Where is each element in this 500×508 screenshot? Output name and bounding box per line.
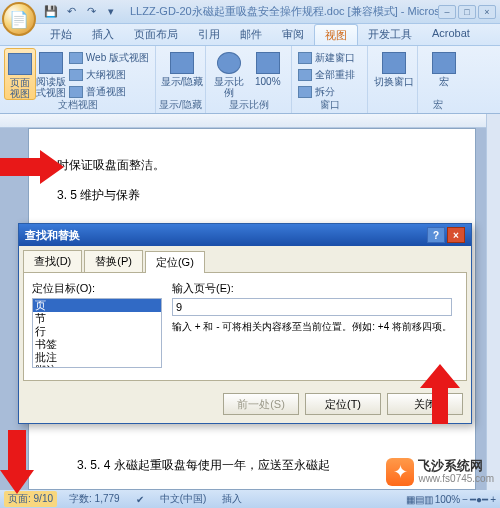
status-proof[interactable]: ✔ [132, 494, 148, 505]
window-title: LLZZ-GD-20永磁起重吸盘安全操作规程.doc [兼容模式] - Micr… [130, 4, 438, 19]
tab-mailings[interactable]: 邮件 [230, 24, 272, 45]
tab-review[interactable]: 审阅 [272, 24, 314, 45]
page-icon [8, 53, 32, 75]
status-mode[interactable]: 插入 [218, 492, 246, 506]
window-controls: – □ × [438, 5, 496, 19]
vertical-scrollbar[interactable] [486, 114, 500, 490]
tab-acrobat[interactable]: Acrobat [422, 24, 480, 45]
watermark-name: 飞沙系统网 [418, 459, 494, 472]
find-replace-dialog: 查找和替换 ? × 查找(D) 替换(P) 定位(G) 定位目标(O): 页 节… [18, 223, 472, 424]
statusbar: 页面: 9/10 字数: 1,779 ✔ 中文(中国) 插入 ▦▤▥ 100% … [0, 490, 500, 508]
macro-icon [432, 52, 456, 74]
tab-home[interactable]: 开始 [40, 24, 82, 45]
ribbon-group-views: 页面视图 阅读版式视图 Web 版式视图 大纲视图 普通视图 文档视图 [0, 46, 156, 113]
arrange-button[interactable]: 全部重排 [296, 67, 363, 83]
undo-icon[interactable]: ↶ [64, 5, 78, 19]
reading-icon [39, 52, 63, 74]
ribbon-group-zoom: 显示比例 100% 显示比例 [206, 46, 292, 113]
list-item[interactable]: 脚注 [33, 364, 161, 368]
zoom-100-button[interactable]: 100% [249, 48, 288, 100]
close-button[interactable]: × [478, 5, 496, 19]
save-icon[interactable]: 💾 [44, 5, 58, 19]
dialog-close-button[interactable]: × [447, 227, 465, 243]
zoom-icon [217, 52, 241, 74]
ribbon-group-macros: 宏 宏 [418, 46, 458, 113]
qat-more-icon[interactable]: ▾ [104, 5, 118, 19]
zoom-controls: ▦▤▥ 100% − ━●━ + [406, 494, 496, 505]
target-listbox[interactable]: 页 节 行 书签 批注 脚注 [32, 298, 162, 368]
dialog-body: 定位目标(O): 页 节 行 书签 批注 脚注 输入页号(E): 输入 + 和 … [23, 272, 467, 381]
outline-button[interactable]: 大纲视图 [67, 67, 151, 83]
list-item[interactable]: 书签 [33, 338, 161, 351]
status-words[interactable]: 字数: 1,779 [65, 492, 124, 506]
zoom-in-button[interactable]: + [490, 494, 496, 505]
dialog-title-text: 查找和替换 [25, 228, 80, 243]
doc-line: 时保证吸盘面整洁。 [57, 155, 447, 175]
tab-find[interactable]: 查找(D) [23, 250, 82, 272]
doc-heading: 3. 5 维护与保养 [57, 185, 447, 205]
ribbon-tabs: 开始 插入 页面布局 引用 邮件 审阅 视图 开发工具 Acrobat [0, 24, 500, 46]
view-buttons[interactable]: ▦▤▥ [406, 494, 433, 505]
list-item[interactable]: 批注 [33, 351, 161, 364]
reading-layout-button[interactable]: 阅读版式视图 [36, 48, 67, 100]
tab-replace[interactable]: 替换(P) [84, 250, 143, 272]
tab-layout[interactable]: 页面布局 [124, 24, 188, 45]
web-icon [69, 52, 83, 64]
normal-icon [69, 86, 83, 98]
quick-access-toolbar: 💾 ↶ ↷ ▾ [44, 5, 118, 19]
tab-references[interactable]: 引用 [188, 24, 230, 45]
tab-insert[interactable]: 插入 [82, 24, 124, 45]
office-button[interactable]: 📄 [2, 2, 36, 36]
page-number-label: 输入页号(E): [172, 281, 452, 296]
redo-icon[interactable]: ↷ [84, 5, 98, 19]
close-button[interactable]: 关闭 [387, 393, 463, 415]
tab-goto[interactable]: 定位(G) [145, 251, 205, 273]
dialog-footer: 前一处(S) 定位(T) 关闭 [19, 385, 471, 423]
outline-icon [69, 69, 83, 81]
ribbon-group-show: 显示/隐藏 显示/隐藏 [156, 46, 206, 113]
show-hide-button[interactable]: 显示/隐藏 [160, 48, 204, 100]
dialog-tabs: 查找(D) 替换(P) 定位(G) [19, 246, 471, 272]
new-window-icon [298, 52, 312, 64]
list-item[interactable]: 节 [33, 312, 161, 325]
target-label: 定位目标(O): [32, 281, 162, 296]
dialog-help-button[interactable]: ? [427, 227, 445, 243]
status-page[interactable]: 页面: 9/10 [4, 491, 57, 507]
goto-button[interactable]: 定位(T) [305, 393, 381, 415]
arrange-icon [298, 69, 312, 81]
titlebar: 💾 ↶ ↷ ▾ LLZZ-GD-20永磁起重吸盘安全操作规程.doc [兼容模式… [0, 0, 500, 24]
page-number-input[interactable] [172, 298, 452, 316]
view-small-buttons: Web 版式视图 大纲视图 普通视图 [67, 48, 151, 100]
show-icon [170, 52, 194, 74]
dialog-titlebar[interactable]: 查找和替换 ? × [19, 224, 471, 246]
zoom-value[interactable]: 100% [435, 494, 461, 505]
switch-icon [382, 52, 406, 74]
dialog-hint: 输入 + 和 - 可将相关内容移至当前位置。例如: +4 将前移四项。 [172, 320, 452, 334]
ribbon: 页面视图 阅读版式视图 Web 版式视图 大纲视图 普通视图 文档视图 显示/隐… [0, 46, 500, 114]
status-language[interactable]: 中文(中国) [156, 492, 211, 506]
web-layout-button[interactable]: Web 版式视图 [67, 50, 151, 66]
switch-window-button[interactable]: 切换窗口 [372, 48, 416, 100]
zoom-out-button[interactable]: − [462, 494, 468, 505]
tab-developer[interactable]: 开发工具 [358, 24, 422, 45]
pct-icon [256, 52, 280, 74]
macros-button[interactable]: 宏 [422, 48, 466, 100]
ribbon-group-window: 新建窗口 全部重排 拆分 窗口 [292, 46, 368, 113]
list-item[interactable]: 页 [33, 299, 161, 312]
watermark: ✦ 飞沙系统网 www.fs0745.com [386, 458, 494, 486]
ruler[interactable] [0, 114, 486, 128]
zoom-button[interactable]: 显示比例 [210, 48, 249, 100]
split-icon [298, 86, 312, 98]
prev-button[interactable]: 前一处(S) [223, 393, 299, 415]
watermark-logo-icon: ✦ [386, 458, 414, 486]
print-layout-button[interactable]: 页面视图 [4, 48, 36, 100]
zoom-slider[interactable]: ━●━ [470, 494, 488, 505]
watermark-url: www.fs0745.com [418, 472, 494, 485]
ribbon-group-switch: 切换窗口 [368, 46, 418, 113]
maximize-button[interactable]: □ [458, 5, 476, 19]
tab-view[interactable]: 视图 [314, 24, 358, 45]
new-window-button[interactable]: 新建窗口 [296, 50, 363, 66]
minimize-button[interactable]: – [438, 5, 456, 19]
list-item[interactable]: 行 [33, 325, 161, 338]
